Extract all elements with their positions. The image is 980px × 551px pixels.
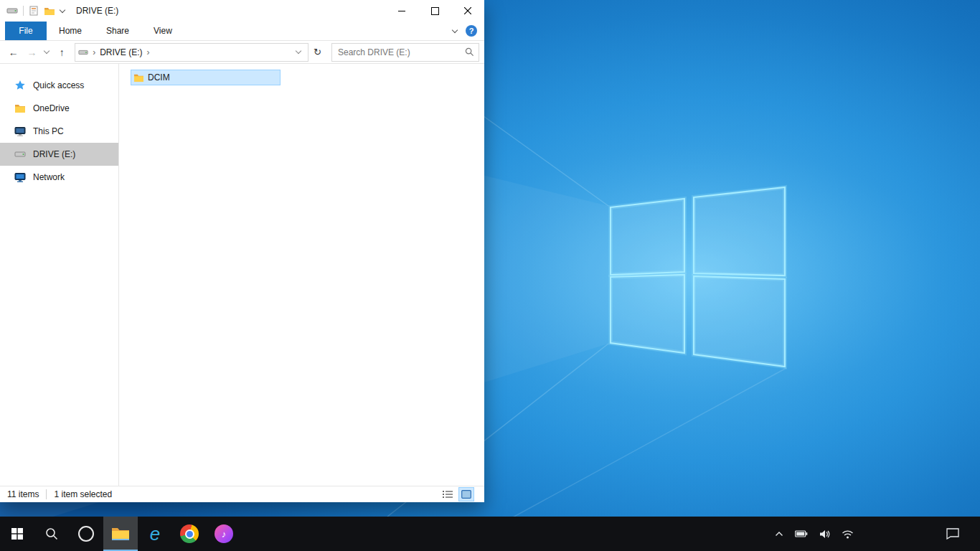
cortana-button[interactable] xyxy=(69,517,103,551)
system-tray xyxy=(773,517,855,551)
drive-icon xyxy=(14,149,26,160)
new-folder-icon[interactable] xyxy=(44,6,55,16)
thumbnails-view-icon xyxy=(461,490,471,499)
back-button[interactable]: ← xyxy=(5,44,22,61)
search-box xyxy=(331,43,479,62)
search-icon xyxy=(45,527,58,540)
search-input[interactable] xyxy=(336,47,465,58)
sidebar-item-label: Quick access xyxy=(33,80,84,90)
address-bar[interactable]: › DRIVE (E:) › xyxy=(75,43,308,62)
sidebar-item-drive-e[interactable]: DRIVE (E:) xyxy=(0,143,118,166)
breadcrumb[interactable]: DRIVE (E:) xyxy=(100,47,142,57)
ribbon-right-controls: ? xyxy=(453,25,484,37)
tab-file[interactable]: File xyxy=(5,22,47,40)
network-icon xyxy=(14,172,26,183)
tab-home[interactable]: Home xyxy=(47,22,94,40)
app-drive-icon xyxy=(6,5,18,17)
show-hidden-icons-button[interactable] xyxy=(773,517,785,551)
tab-share[interactable]: Share xyxy=(94,22,141,40)
toolbar-separator xyxy=(23,6,24,16)
file-item-label: DCIM xyxy=(148,72,170,83)
address-dropdown-chevron-icon[interactable] xyxy=(292,51,305,53)
file-explorer-icon xyxy=(111,526,130,542)
thumbnails-view-button[interactable] xyxy=(458,487,474,501)
tab-view[interactable]: View xyxy=(141,22,184,40)
maximize-button[interactable] xyxy=(418,0,451,22)
explorer-main: Quick access OneDrive This PC xyxy=(0,64,484,486)
sidebar-item-label: Network xyxy=(33,172,65,182)
properties-icon[interactable] xyxy=(29,6,39,16)
chevron-up-icon xyxy=(775,531,783,537)
taskbar: e ♪ xyxy=(0,517,980,551)
window-title: DRIVE (E:) xyxy=(76,6,118,16)
action-center-icon xyxy=(946,528,959,540)
taskbar-search-button[interactable] xyxy=(34,517,69,551)
volume-indicator[interactable] xyxy=(818,517,831,551)
wifi-icon xyxy=(842,529,854,539)
navigation-bar: ← → ↑ › DRIVE (E:) › ↻ xyxy=(0,41,484,64)
refresh-button[interactable]: ↻ xyxy=(310,44,325,61)
sidebar-item-label: DRIVE (E:) xyxy=(33,149,75,159)
close-icon xyxy=(464,7,471,14)
music-note-icon: ♪ xyxy=(222,529,227,540)
start-button[interactable] xyxy=(0,517,34,551)
computer-icon xyxy=(14,126,26,137)
search-icon xyxy=(465,47,474,57)
itunes-button[interactable]: ♪ xyxy=(207,517,241,551)
itunes-icon: ♪ xyxy=(215,524,233,543)
minimize-icon xyxy=(398,11,405,11)
folder-icon xyxy=(133,73,144,83)
window-controls xyxy=(385,0,484,22)
internet-explorer-button[interactable]: e xyxy=(138,517,172,551)
expand-ribbon-chevron-icon[interactable] xyxy=(452,27,458,32)
sidebar-item-this-pc[interactable]: This PC xyxy=(0,120,118,143)
navigation-pane: Quick access OneDrive This PC xyxy=(0,64,119,486)
windows-start-icon xyxy=(11,528,23,540)
sidebar-item-label: OneDrive xyxy=(33,103,70,113)
sidebar-item-network[interactable]: Network xyxy=(0,166,118,189)
selection-count: 1 item selected xyxy=(54,489,112,499)
speaker-icon xyxy=(819,529,830,539)
status-separator xyxy=(46,489,47,499)
action-center-button[interactable] xyxy=(936,517,970,551)
forward-button[interactable]: → xyxy=(24,44,41,61)
details-view-icon xyxy=(443,490,453,499)
details-view-button[interactable] xyxy=(440,487,456,501)
help-button[interactable]: ? xyxy=(466,25,477,37)
breadcrumb-chevron-icon[interactable]: › xyxy=(147,47,150,57)
titlebar[interactable]: DRIVE (E:) xyxy=(0,0,484,22)
maximize-icon xyxy=(431,7,439,15)
customize-toolbar-chevron-icon[interactable] xyxy=(60,6,65,12)
taskbar-file-explorer-button[interactable] xyxy=(103,517,138,551)
battery-indicator[interactable] xyxy=(793,517,809,551)
quick-access-toolbar xyxy=(0,5,65,17)
chrome-button[interactable] xyxy=(172,517,207,551)
file-explorer-window: DRIVE (E:) File Home Share View ? ← → ↑ xyxy=(0,0,484,502)
internet-explorer-icon: e xyxy=(150,524,160,543)
sidebar-item-label: This PC xyxy=(33,126,64,136)
star-icon xyxy=(14,80,26,91)
network-indicator[interactable] xyxy=(840,517,855,551)
up-button[interactable]: ↑ xyxy=(54,44,71,61)
recent-locations-chevron-icon[interactable] xyxy=(42,44,52,61)
chrome-icon xyxy=(180,524,199,543)
cortana-icon xyxy=(78,526,94,542)
minimize-button[interactable] xyxy=(385,0,418,22)
drive-icon xyxy=(78,47,88,57)
file-item-dcim[interactable]: DCIM xyxy=(131,70,281,85)
battery-icon xyxy=(795,529,808,538)
ribbon-tab-bar: File Home Share View ? xyxy=(0,22,484,41)
item-count: 11 items xyxy=(7,489,39,499)
close-button[interactable] xyxy=(451,0,484,22)
breadcrumb-chevron-icon: › xyxy=(93,47,95,57)
folder-icon xyxy=(14,103,26,113)
view-switcher xyxy=(440,487,477,501)
sidebar-item-quick-access[interactable]: Quick access xyxy=(0,74,118,97)
status-bar: 11 items 1 item selected xyxy=(0,486,484,502)
sidebar-item-onedrive[interactable]: OneDrive xyxy=(0,97,118,120)
file-list-area[interactable]: DCIM xyxy=(119,64,484,486)
